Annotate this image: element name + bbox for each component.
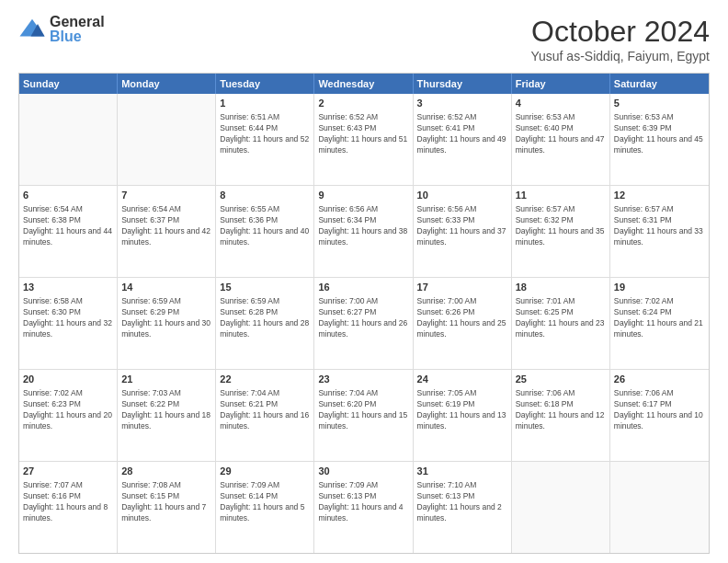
calendar-day-cell [118,94,216,185]
day-number: 4 [516,97,606,110]
logo-icon [18,16,46,43]
day-info: Sunrise: 7:04 AMSunset: 6:21 PMDaylight:… [220,388,310,432]
logo-general-text: General [50,15,105,29]
calendar-day-cell [610,462,709,553]
day-info: Sunrise: 6:55 AMSunset: 6:36 PMDaylight:… [220,204,310,248]
day-number: 27 [23,465,113,478]
calendar-day-cell: 5Sunrise: 6:53 AMSunset: 6:39 PMDaylight… [610,94,709,185]
calendar-day-cell: 30Sunrise: 7:09 AMSunset: 6:13 PMDayligh… [314,462,413,553]
day-number: 20 [23,373,113,386]
calendar-day-cell: 24Sunrise: 7:05 AMSunset: 6:19 PMDayligh… [414,370,512,461]
day-info: Sunrise: 7:06 AMSunset: 6:17 PMDaylight:… [614,388,705,432]
day-info: Sunrise: 7:01 AMSunset: 6:25 PMDaylight:… [516,296,606,340]
day-number: 24 [417,373,507,386]
day-number: 3 [417,97,507,110]
day-number: 10 [417,189,507,202]
calendar-week-row: 20Sunrise: 7:02 AMSunset: 6:23 PMDayligh… [19,370,709,462]
day-info: Sunrise: 7:06 AMSunset: 6:18 PMDaylight:… [516,388,606,432]
day-number: 31 [417,465,507,478]
calendar-day-cell: 2Sunrise: 6:52 AMSunset: 6:43 PMDaylight… [314,94,413,185]
day-info: Sunrise: 6:57 AMSunset: 6:32 PMDaylight:… [516,204,606,248]
calendar-week-row: 13Sunrise: 6:58 AMSunset: 6:30 PMDayligh… [19,278,709,370]
day-info: Sunrise: 7:05 AMSunset: 6:19 PMDaylight:… [417,388,507,432]
calendar-day-cell: 4Sunrise: 6:53 AMSunset: 6:40 PMDaylight… [512,94,610,185]
day-info: Sunrise: 6:58 AMSunset: 6:30 PMDaylight:… [23,296,113,340]
calendar-day-cell: 17Sunrise: 7:00 AMSunset: 6:26 PMDayligh… [414,278,512,369]
day-info: Sunrise: 6:59 AMSunset: 6:28 PMDaylight:… [220,296,310,340]
day-info: Sunrise: 7:09 AMSunset: 6:13 PMDaylight:… [318,480,408,524]
day-info: Sunrise: 6:54 AMSunset: 6:38 PMDaylight:… [23,204,113,248]
calendar-day-cell: 15Sunrise: 6:59 AMSunset: 6:28 PMDayligh… [216,278,314,369]
day-number: 1 [220,97,310,110]
day-number: 16 [318,281,408,294]
day-info: Sunrise: 7:02 AMSunset: 6:24 PMDaylight:… [614,296,705,340]
calendar-header: SundayMondayTuesdayWednesdayThursdayFrid… [19,74,709,94]
day-info: Sunrise: 6:53 AMSunset: 6:40 PMDaylight:… [516,112,606,156]
calendar-day-cell: 20Sunrise: 7:02 AMSunset: 6:23 PMDayligh… [19,370,118,461]
calendar-day-cell: 1Sunrise: 6:51 AMSunset: 6:44 PMDaylight… [216,94,314,185]
calendar-day-cell: 28Sunrise: 7:08 AMSunset: 6:15 PMDayligh… [118,462,216,553]
calendar-header-cell: Sunday [19,74,118,94]
calendar-day-cell: 27Sunrise: 7:07 AMSunset: 6:16 PMDayligh… [19,462,118,553]
calendar-day-cell: 29Sunrise: 7:09 AMSunset: 6:14 PMDayligh… [216,462,314,553]
logo-blue-text: Blue [50,29,105,44]
header: General Blue October 2024 Yusuf as-Siddi… [18,15,710,63]
calendar-body: 1Sunrise: 6:51 AMSunset: 6:44 PMDaylight… [19,94,709,553]
calendar-day-cell: 14Sunrise: 6:59 AMSunset: 6:29 PMDayligh… [118,278,216,369]
day-info: Sunrise: 7:00 AMSunset: 6:26 PMDaylight:… [417,296,507,340]
calendar-day-cell: 11Sunrise: 6:57 AMSunset: 6:32 PMDayligh… [512,186,610,277]
calendar-day-cell: 7Sunrise: 6:54 AMSunset: 6:37 PMDaylight… [118,186,216,277]
day-number: 18 [516,281,606,294]
day-info: Sunrise: 6:52 AMSunset: 6:43 PMDaylight:… [318,112,408,156]
day-info: Sunrise: 7:04 AMSunset: 6:20 PMDaylight:… [318,388,408,432]
day-number: 30 [318,465,408,478]
day-info: Sunrise: 6:59 AMSunset: 6:29 PMDaylight:… [121,296,211,340]
calendar-day-cell: 22Sunrise: 7:04 AMSunset: 6:21 PMDayligh… [216,370,314,461]
day-info: Sunrise: 6:51 AMSunset: 6:44 PMDaylight:… [220,112,310,156]
day-info: Sunrise: 7:03 AMSunset: 6:22 PMDaylight:… [121,388,211,432]
day-number: 13 [23,281,113,294]
calendar-day-cell: 26Sunrise: 7:06 AMSunset: 6:17 PMDayligh… [610,370,709,461]
calendar-header-cell: Thursday [414,74,512,94]
logo: General Blue [18,15,105,44]
day-number: 7 [121,189,211,202]
calendar-header-cell: Tuesday [216,74,314,94]
day-info: Sunrise: 6:53 AMSunset: 6:39 PMDaylight:… [614,112,705,156]
day-number: 6 [23,189,113,202]
calendar-day-cell: 6Sunrise: 6:54 AMSunset: 6:38 PMDaylight… [19,186,118,277]
day-number: 19 [614,281,705,294]
day-info: Sunrise: 6:56 AMSunset: 6:34 PMDaylight:… [318,204,408,248]
day-number: 2 [318,97,408,110]
day-info: Sunrise: 7:08 AMSunset: 6:15 PMDaylight:… [121,480,211,524]
calendar-day-cell: 13Sunrise: 6:58 AMSunset: 6:30 PMDayligh… [19,278,118,369]
calendar-day-cell: 23Sunrise: 7:04 AMSunset: 6:20 PMDayligh… [314,370,413,461]
day-info: Sunrise: 7:00 AMSunset: 6:27 PMDaylight:… [318,296,408,340]
calendar-day-cell: 12Sunrise: 6:57 AMSunset: 6:31 PMDayligh… [610,186,709,277]
day-number: 11 [516,189,606,202]
calendar-day-cell: 18Sunrise: 7:01 AMSunset: 6:25 PMDayligh… [512,278,610,369]
day-info: Sunrise: 7:02 AMSunset: 6:23 PMDaylight:… [23,388,113,432]
day-number: 17 [417,281,507,294]
day-number: 25 [516,373,606,386]
calendar: SundayMondayTuesdayWednesdayThursdayFrid… [18,73,710,554]
day-number: 21 [121,373,211,386]
day-info: Sunrise: 7:09 AMSunset: 6:14 PMDaylight:… [220,480,310,524]
subtitle: Yusuf as-Siddiq, Faiyum, Egypt [530,49,710,63]
calendar-day-cell: 3Sunrise: 6:52 AMSunset: 6:41 PMDaylight… [414,94,512,185]
calendar-header-cell: Monday [118,74,216,94]
day-number: 12 [614,189,705,202]
calendar-day-cell: 10Sunrise: 6:56 AMSunset: 6:33 PMDayligh… [414,186,512,277]
day-info: Sunrise: 7:10 AMSunset: 6:13 PMDaylight:… [417,480,507,524]
day-number: 29 [220,465,310,478]
day-number: 28 [121,465,211,478]
day-info: Sunrise: 6:56 AMSunset: 6:33 PMDaylight:… [417,204,507,248]
title-area: October 2024 Yusuf as-Siddiq, Faiyum, Eg… [530,15,710,63]
day-number: 22 [220,373,310,386]
day-info: Sunrise: 6:57 AMSunset: 6:31 PMDaylight:… [614,204,705,248]
day-number: 8 [220,189,310,202]
day-number: 23 [318,373,408,386]
month-title: October 2024 [530,15,710,49]
calendar-header-cell: Wednesday [314,74,413,94]
calendar-day-cell: 25Sunrise: 7:06 AMSunset: 6:18 PMDayligh… [512,370,610,461]
calendar-day-cell: 9Sunrise: 6:56 AMSunset: 6:34 PMDaylight… [314,186,413,277]
